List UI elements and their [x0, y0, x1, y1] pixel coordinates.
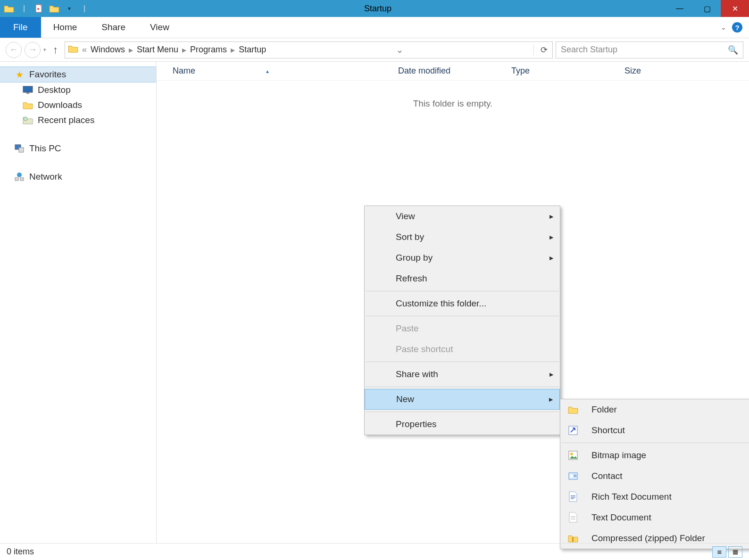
breadcrumb-item[interactable]: Windows — [91, 45, 125, 55]
svg-point-7 — [17, 173, 22, 177]
tab-share[interactable]: Share — [89, 17, 138, 38]
svg-rect-6 — [19, 148, 24, 152]
breadcrumb-item[interactable]: Programs — [190, 45, 227, 55]
up-button[interactable]: ↑ — [49, 44, 62, 56]
menu-item-paste-shortcut: Paste shortcut — [365, 339, 560, 360]
close-button[interactable]: ✕ — [721, 0, 749, 17]
search-input[interactable]: Search Startup 🔍 — [556, 41, 743, 58]
menu-item-paste: Paste — [365, 318, 560, 339]
bitmap-icon — [567, 449, 579, 461]
folder-icon — [567, 404, 579, 416]
submenu-item-folder[interactable]: Folder — [560, 399, 749, 420]
window-title: Startup — [90, 4, 666, 14]
address-dropdown-icon[interactable]: ⌄ — [393, 45, 406, 55]
sidebar-label: Favorites — [29, 69, 66, 80]
menu-item-view[interactable]: View — [365, 206, 560, 227]
menu-item-properties[interactable]: Properties — [365, 414, 560, 435]
history-dropdown-icon[interactable]: ▾ — [43, 47, 46, 53]
icons-view-button[interactable]: ▦ — [728, 546, 742, 558]
desktop-icon — [23, 85, 33, 95]
sidebar-label: Desktop — [38, 85, 71, 95]
folder-icon — [4, 3, 14, 14]
sort-indicator-icon: ▴ — [195, 68, 269, 74]
file-list-area[interactable]: Name▴ Date modified Type Size This folde… — [157, 62, 749, 543]
svg-rect-16 — [574, 476, 576, 477]
menu-separator — [366, 387, 559, 387]
file-tab[interactable]: File — [0, 17, 41, 38]
menu-item-groupby[interactable]: Group by — [365, 247, 560, 268]
svg-point-1 — [37, 8, 39, 10]
expand-ribbon-icon[interactable]: ⌄ — [721, 24, 726, 31]
sidebar-item-desktop[interactable]: Desktop — [0, 82, 156, 98]
submenu-item-contact[interactable]: Contact — [560, 466, 749, 486]
help-icon[interactable]: ? — [732, 22, 742, 33]
details-view-button[interactable]: ≣ — [712, 546, 726, 558]
column-header-name[interactable]: Name▴ — [171, 66, 396, 76]
search-icon[interactable]: 🔍 — [728, 45, 738, 55]
qat-dropdown-icon[interactable]: ▾ — [64, 3, 75, 14]
empty-folder-message: This folder is empty. — [157, 81, 749, 109]
column-header-size[interactable]: Size — [623, 66, 698, 76]
menu-item-customize[interactable]: Customize this folder... — [365, 293, 560, 314]
menu-separator — [366, 316, 559, 316]
svg-rect-15 — [574, 475, 576, 476]
back-button[interactable]: ← — [6, 42, 22, 58]
title-bar: | ▾ | Startup — ▢ ✕ — [0, 0, 749, 17]
new-submenu: Folder Shortcut Bitmap image Contact Ric… — [560, 399, 749, 549]
computer-icon — [14, 143, 25, 154]
breadcrumb-item[interactable]: Start Menu — [137, 45, 178, 55]
menu-separator — [366, 362, 559, 362]
column-header-type[interactable]: Type — [509, 66, 623, 76]
qat-properties-icon[interactable] — [34, 3, 44, 14]
maximize-button[interactable]: ▢ — [693, 0, 721, 17]
forward-button[interactable]: → — [25, 42, 41, 58]
qat-newfolder-icon[interactable] — [49, 3, 59, 14]
recent-icon — [23, 115, 33, 125]
separator: | — [19, 3, 29, 14]
folder-icon — [68, 44, 78, 55]
menu-item-new[interactable]: New — [365, 389, 560, 410]
svg-rect-9 — [20, 178, 24, 181]
menu-item-sharewith[interactable]: Share with — [365, 364, 560, 385]
svg-point-12 — [570, 453, 573, 455]
minimize-button[interactable]: — — [666, 0, 693, 17]
menu-item-sortby[interactable]: Sort by — [365, 227, 560, 247]
downloads-icon — [23, 100, 33, 110]
sidebar-item-downloads[interactable]: Downloads — [0, 98, 156, 113]
tab-home[interactable]: Home — [41, 17, 90, 38]
ribbon: File Home Share View ⌄ ? — [0, 17, 749, 38]
sidebar-label: Downloads — [38, 100, 82, 110]
submenu-item-text[interactable]: Text Document — [560, 507, 749, 528]
submenu-item-rtf[interactable]: Rich Text Document — [560, 486, 749, 507]
breadcrumb-item[interactable]: Startup — [239, 45, 266, 55]
contact-icon — [567, 470, 579, 482]
svg-point-14 — [570, 475, 573, 478]
status-bar: 0 items ≣ ▦ — [0, 543, 749, 560]
column-headers: Name▴ Date modified Type Size — [157, 62, 749, 81]
navigation-bar: ← → ▾ ↑ « Windows ▸ Start Menu ▸ Program… — [0, 38, 749, 62]
submenu-item-shortcut[interactable]: Shortcut — [560, 420, 749, 441]
sidebar-item-thispc[interactable]: This PC — [0, 141, 156, 156]
chevron-right-icon: ▸ — [127, 45, 135, 55]
sidebar-favorites-header[interactable]: ★ Favorites — [0, 66, 156, 82]
menu-separator — [366, 291, 559, 291]
tab-view[interactable]: View — [138, 17, 182, 38]
svg-rect-22 — [571, 519, 575, 519]
svg-rect-17 — [571, 495, 575, 496]
star-icon: ★ — [14, 69, 25, 80]
sidebar-item-network[interactable]: Network — [0, 169, 156, 184]
column-header-date[interactable]: Date modified — [396, 66, 509, 76]
refresh-button[interactable]: ⟳ — [533, 45, 549, 55]
network-icon — [14, 172, 25, 182]
svg-rect-3 — [26, 92, 29, 94]
menu-item-refresh[interactable]: Refresh — [365, 268, 560, 289]
svg-rect-21 — [571, 518, 575, 518]
address-bar[interactable]: « Windows ▸ Start Menu ▸ Programs ▸ Star… — [65, 41, 553, 58]
search-placeholder: Search Startup — [561, 45, 617, 55]
separator: | — [79, 3, 90, 14]
submenu-item-bitmap[interactable]: Bitmap image — [560, 445, 749, 466]
sidebar-item-recent[interactable]: Recent places — [0, 113, 156, 128]
svg-rect-8 — [15, 178, 18, 181]
sidebar-label: Recent places — [38, 115, 94, 125]
chevron-left-icon[interactable]: « — [80, 45, 89, 55]
